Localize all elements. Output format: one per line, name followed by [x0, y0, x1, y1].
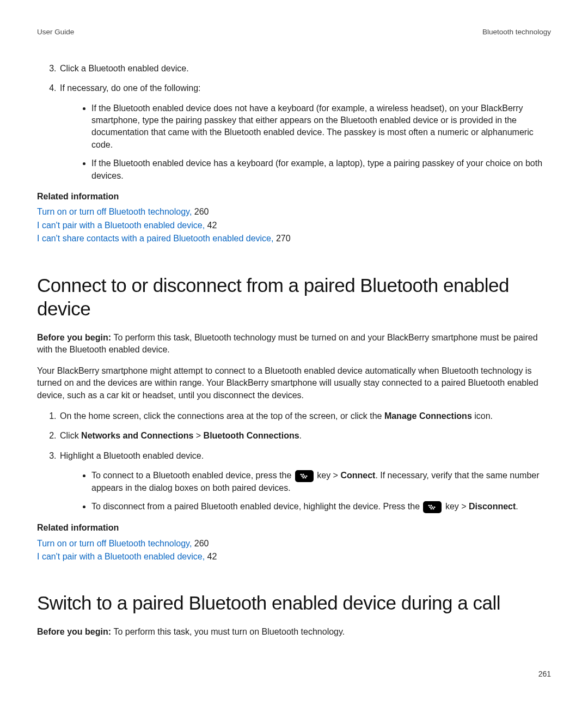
svg-point-11	[434, 507, 436, 508]
b2-c: .	[516, 502, 518, 511]
svg-point-0	[300, 474, 302, 475]
s1-step-3: Highlight a Bluetooth enabled device. To…	[59, 450, 551, 513]
related-info-link[interactable]: Turn on or turn off Bluetooth technology…	[37, 539, 192, 548]
steps-list-top: Click a Bluetooth enabled device. If nec…	[37, 63, 551, 182]
s1-step1-post: icon.	[472, 411, 493, 421]
b2-a: To disconnect from a paired Bluetooth en…	[91, 502, 422, 511]
s1-step-1: On the home screen, click the connection…	[59, 410, 551, 422]
header-left: User Guide	[37, 27, 74, 38]
step-4-text: If necessary, do one of the following:	[60, 83, 201, 93]
b2-b: key >	[443, 502, 469, 511]
related-info-list-2: Turn on or turn off Bluetooth technology…	[37, 538, 551, 563]
step-3: Click a Bluetooth enabled device.	[59, 63, 551, 75]
before-you-begin-2: Before you begin: To perform this task, …	[37, 626, 551, 638]
svg-point-9	[430, 507, 431, 508]
related-info-item: I can't pair with a Bluetooth enabled de…	[37, 551, 551, 563]
related-info-page-ref: 260	[192, 539, 209, 548]
svg-point-1	[302, 474, 304, 475]
s1-step3-bullets: To connect to a Bluetooth enabled device…	[60, 470, 551, 513]
related-info-page-ref: 270	[273, 234, 290, 243]
related-info-list-1: Turn on or turn off Bluetooth technology…	[37, 206, 551, 245]
related-info-page-ref: 260	[192, 207, 209, 216]
b1-a: To connect to a Bluetooth enabled device…	[91, 471, 294, 480]
section-title-switch: Switch to a paired Bluetooth enabled dev…	[37, 591, 551, 615]
related-info-page-ref: 42	[205, 221, 217, 230]
svg-point-13	[433, 508, 434, 509]
step-4: If necessary, do one of the following: I…	[59, 82, 551, 182]
svg-point-5	[302, 477, 304, 478]
header-right: Bluetooth technology	[482, 27, 551, 38]
page-header: User Guide Bluetooth technology	[37, 27, 551, 38]
s1-step-2: Click Networks and Connections > Bluetoo…	[59, 430, 551, 442]
s1-step2-sep: >	[193, 431, 203, 440]
s1-step1-pre: On the home screen, click the connection…	[60, 411, 384, 421]
related-info-link[interactable]: I can't pair with a Bluetooth enabled de…	[37, 552, 205, 561]
related-info-page-ref: 42	[205, 552, 217, 561]
s1-step2-bold1: Networks and Connections	[81, 431, 193, 440]
related-info-heading: Related information	[37, 191, 551, 203]
s1-step1-bold: Manage Connections	[384, 411, 472, 421]
blackberry-key-icon	[295, 470, 314, 482]
b2-bold: Disconnect	[469, 502, 516, 511]
b1-bold: Connect	[340, 471, 375, 480]
before-you-begin-1: Before you begin: To perform this task, …	[37, 332, 551, 356]
s1-step3-text: Highlight a Bluetooth enabled device.	[60, 451, 204, 460]
related-info-item: Turn on or turn off Bluetooth technology…	[37, 538, 551, 550]
before-label-1: Before you begin:	[37, 333, 113, 342]
svg-point-4	[305, 476, 307, 477]
svg-point-2	[301, 476, 303, 477]
s1-step2-post: .	[299, 431, 302, 440]
before-label-2: Before you begin:	[37, 627, 113, 636]
b1-b: key >	[315, 471, 341, 480]
s1-bullet-disconnect: To disconnect from a paired Bluetooth en…	[91, 501, 551, 513]
before-text-2: To perform this task, you must turn on B…	[113, 627, 345, 636]
related-info-link[interactable]: I can't share contacts with a paired Blu…	[37, 234, 273, 243]
svg-point-6	[304, 477, 306, 478]
blackberry-key-icon	[423, 501, 442, 513]
section-title-connect: Connect to or disconnect from a paired B…	[37, 273, 551, 321]
related-info-heading-2: Related information	[37, 522, 551, 534]
svg-point-10	[432, 507, 433, 508]
svg-point-12	[431, 508, 432, 509]
s1-bullet-connect: To connect to a Bluetooth enabled device…	[91, 470, 551, 494]
svg-point-3	[303, 476, 305, 477]
section1-steps: On the home screen, click the connection…	[37, 410, 551, 513]
step-3-text: Click a Bluetooth enabled device.	[60, 64, 189, 73]
related-info-link[interactable]: I can't pair with a Bluetooth enabled de…	[37, 221, 205, 230]
related-info-item: I can't pair with a Bluetooth enabled de…	[37, 220, 551, 232]
related-info-item: I can't share contacts with a paired Blu…	[37, 233, 551, 245]
svg-point-7	[428, 505, 430, 506]
step-4-bullet-2: If the Bluetooth enabled device has a ke…	[91, 157, 551, 182]
related-info-item: Turn on or turn off Bluetooth technology…	[37, 206, 551, 218]
page-number: 261	[538, 669, 551, 680]
svg-point-8	[431, 505, 432, 506]
step-4-bullet-1: If the Bluetooth enabled device does not…	[91, 102, 551, 151]
s1-step2-bold2: Bluetooth Connections	[204, 431, 299, 440]
related-info-link[interactable]: Turn on or turn off Bluetooth technology…	[37, 207, 192, 216]
section1-para2: Your BlackBerry smartphone might attempt…	[37, 365, 551, 401]
step-4-bullets: If the Bluetooth enabled device does not…	[60, 102, 551, 182]
s1-step2-pre: Click	[60, 431, 81, 440]
